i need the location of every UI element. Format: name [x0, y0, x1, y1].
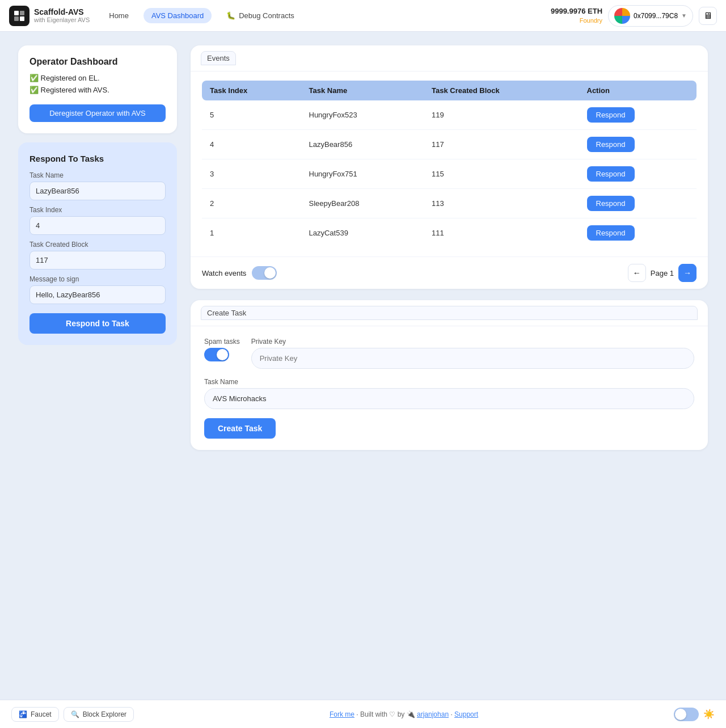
author-link[interactable]: arjanjohan: [417, 710, 449, 718]
events-tab: Events: [191, 45, 708, 71]
nav-avs-dashboard[interactable]: AVS Dashboard: [143, 8, 212, 23]
private-key-input[interactable]: [251, 348, 694, 369]
private-key-col: Private Key: [251, 338, 694, 369]
events-table: Task Index Task Name Task Created Block …: [202, 81, 697, 247]
prev-page-button[interactable]: ←: [628, 264, 646, 282]
task-index-cell: 3: [202, 159, 301, 189]
table-row: 5 HungryFox523 119 Respond: [202, 100, 697, 130]
eth-balance: 9999.9976 ETH Foundry: [551, 7, 602, 24]
operator-title: Operator Dashboard: [29, 57, 166, 67]
theme-toggle-knob: [675, 709, 686, 720]
spam-tasks-toggle[interactable]: [204, 348, 229, 361]
left-panel: Operator Dashboard ✅ Registered on EL. ✅…: [18, 45, 177, 345]
message-to-sign-label: Message to sign: [29, 275, 166, 283]
watch-events-toggle[interactable]: [252, 266, 277, 280]
task-block-cell: 113: [424, 189, 579, 218]
avatar: [614, 8, 630, 24]
logo-icon: [9, 6, 29, 26]
task-name-cell: HungryFox523: [301, 100, 424, 130]
app-title: Scaffold-AVS: [34, 7, 90, 17]
respond-row-button[interactable]: Respond: [587, 225, 635, 241]
header: Scaffold-AVS with Eigenlayer AVS Home AV…: [0, 0, 726, 32]
footer: 🚰 Faucet 🔍 Block Explorer Fork me · Buil…: [0, 700, 726, 728]
events-tab-label: Events: [201, 51, 236, 65]
respond-task-button[interactable]: Respond to Task: [29, 313, 166, 334]
nav-debug-contracts[interactable]: 🐛 Debug Contracts: [218, 8, 302, 23]
app-subtitle: with Eigenlayer AVS: [34, 16, 90, 24]
col-task-name: Task Name: [301, 81, 424, 100]
task-index-label: Task Index: [29, 206, 166, 214]
create-task-name-input[interactable]: [204, 388, 694, 409]
create-task-tab-label: Create Task: [201, 306, 698, 320]
action-cell: Respond: [579, 100, 697, 130]
watch-events-label: Watch events: [202, 269, 246, 277]
page-label: Page 1: [651, 269, 674, 277]
monitor-button[interactable]: 🖥: [699, 7, 717, 25]
toggle-knob: [264, 267, 276, 279]
respond-row-button[interactable]: Respond: [587, 196, 635, 211]
task-index-cell: 5: [202, 100, 301, 130]
respond-row-button[interactable]: Respond: [587, 166, 635, 182]
message-to-sign-input[interactable]: [29, 285, 166, 304]
spam-label: Spam tasks: [204, 338, 240, 346]
table-row: 1 LazyCat539 111 Respond: [202, 218, 697, 248]
faucet-button[interactable]: 🚰 Faucet: [11, 707, 59, 722]
task-name-cell: LazyCat539: [301, 218, 424, 248]
table-row: 3 HungryFox751 115 Respond: [202, 159, 697, 189]
svg-rect-2: [14, 16, 19, 21]
table-row: 2 SleepyBear208 113 Respond: [202, 189, 697, 218]
monitor-icon: 🖥: [703, 11, 712, 21]
wallet-button[interactable]: 0x7099...79C8 ▼: [608, 5, 693, 27]
main-content: Operator Dashboard ✅ Registered on EL. ✅…: [0, 32, 726, 464]
deregister-button[interactable]: Deregister Operator with AVS: [29, 104, 166, 122]
footer-center: Fork me · Built with ♡ by 🔌 arjanjohan ·…: [134, 710, 674, 718]
footer-right: ☀️: [674, 708, 715, 721]
create-task-body: Spam tasks Private Key Task Name Create …: [191, 326, 708, 450]
block-explorer-button[interactable]: 🔍 Block Explorer: [64, 707, 134, 722]
plug-icon: 🔌: [407, 710, 415, 718]
create-task-button[interactable]: Create Task: [204, 418, 276, 439]
svg-rect-1: [20, 11, 24, 15]
task-index-cell: 4: [202, 130, 301, 159]
task-block-cell: 117: [424, 130, 579, 159]
task-block-cell: 111: [424, 218, 579, 248]
events-card: Events Task Index Task Name Task Created…: [191, 45, 708, 289]
operator-card: Operator Dashboard ✅ Registered on EL. ✅…: [18, 45, 177, 133]
task-index-cell: 1: [202, 218, 301, 248]
task-name-input[interactable]: [29, 182, 166, 200]
create-task-name-label: Task Name: [204, 378, 694, 386]
wallet-address: 0x7099...79C8: [634, 12, 678, 20]
task-block-cell: 119: [424, 100, 579, 130]
theme-toggle[interactable]: [674, 708, 699, 721]
task-index-cell: 2: [202, 189, 301, 218]
respond-to-tasks-card: Respond To Tasks Task Name Task Index Ta…: [18, 142, 177, 345]
fork-link[interactable]: Fork me: [330, 710, 354, 718]
svg-rect-0: [14, 11, 19, 15]
eth-amount: 9999.9976 ETH: [551, 7, 602, 16]
next-page-button[interactable]: →: [678, 264, 697, 282]
status-el: ✅ Registered on EL.: [29, 74, 166, 82]
action-cell: Respond: [579, 218, 697, 248]
task-name-cell: LazyBear856: [301, 130, 424, 159]
support-link[interactable]: Support: [454, 710, 478, 718]
task-name-cell: HungryFox751: [301, 159, 424, 189]
task-created-block-label: Task Created Block: [29, 241, 166, 249]
status-avs: ✅ Registered with AVS.: [29, 86, 166, 94]
respond-row-button[interactable]: Respond: [587, 107, 635, 123]
faucet-icon: 🚰: [19, 710, 27, 718]
eth-network: Foundry: [551, 16, 602, 24]
respond-row-button[interactable]: Respond: [587, 137, 635, 152]
task-created-block-input[interactable]: [29, 251, 166, 270]
table-row: 4 LazyBear856 117 Respond: [202, 130, 697, 159]
action-cell: Respond: [579, 189, 697, 218]
nav-home[interactable]: Home: [101, 8, 137, 23]
footer-left: 🚰 Faucet 🔍 Block Explorer: [11, 707, 134, 722]
svg-rect-3: [20, 16, 24, 21]
sun-icon: ☀️: [703, 709, 715, 719]
col-action: Action: [579, 81, 697, 100]
create-task-name-row: Task Name: [204, 378, 694, 409]
spam-toggle-knob: [217, 349, 228, 360]
task-index-input[interactable]: [29, 216, 166, 235]
create-task-tab: Create Task: [191, 300, 708, 326]
header-right: 9999.9976 ETH Foundry 0x7099...79C8 ▼ 🖥: [551, 5, 717, 27]
